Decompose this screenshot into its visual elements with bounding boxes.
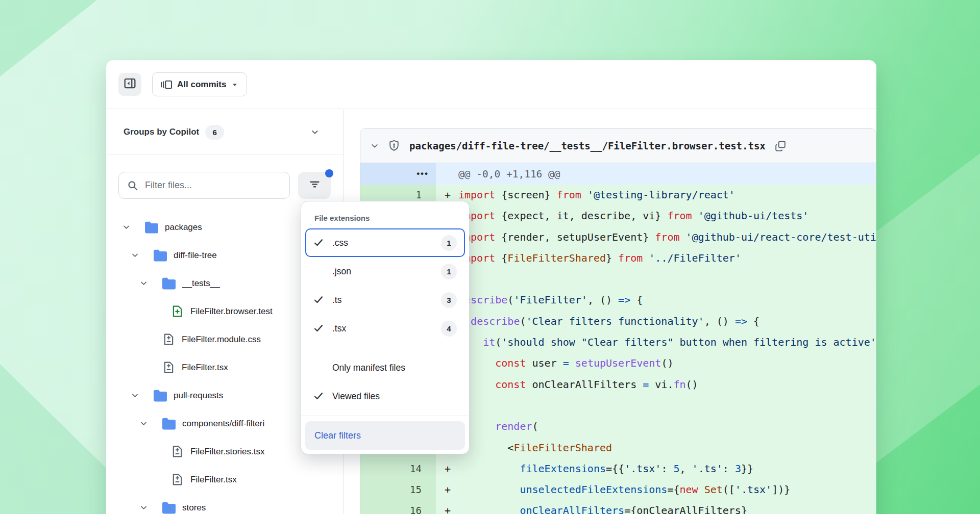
file-diff-icon	[171, 473, 184, 486]
file-diff-icon	[171, 445, 184, 458]
tree-item-label: FileFilter.module.css	[182, 335, 261, 345]
check-icon	[313, 295, 326, 305]
menu-item-tsx[interactable]: .tsx4	[305, 314, 465, 343]
clear-filters-label: Clear filters	[314, 430, 361, 441]
menu-item-only-manifest-files[interactable]: Only manifest files	[305, 353, 465, 382]
all-commits-label: All commits	[177, 80, 226, 90]
chevron-down-icon[interactable]	[131, 392, 154, 399]
diff-added-line: 14+ fileExtensions={{'.tsx': 5, '.ts': 3…	[360, 458, 876, 479]
folder-icon	[162, 277, 176, 290]
filter-files-placeholder: Filter files...	[145, 180, 192, 191]
diff-added-line: 15+ unselectedFileExtensions={new Set(['…	[360, 479, 876, 500]
menu-item-label: .json	[332, 266, 351, 277]
tree-item-label: FileFilter.browser.test	[190, 306, 273, 317]
menu-item-label: .css	[332, 238, 348, 248]
chevron-down-icon[interactable]	[371, 142, 379, 150]
diff-file-path: packages/diff-file-tree/__tests__/FileFi…	[409, 140, 766, 151]
caret-down-icon	[231, 81, 238, 88]
chevron-down-icon[interactable]	[140, 420, 162, 427]
code-text	[458, 269, 876, 290]
addition-sign: +	[436, 479, 458, 500]
file-diff-icon	[162, 361, 175, 374]
file-diff-icon	[162, 333, 175, 346]
diff-file-header: packages/diff-file-tree/__tests__/FileFi…	[360, 128, 876, 163]
folder-icon	[145, 221, 158, 234]
line-number[interactable]: 15	[360, 479, 436, 500]
code-text: const user = setupUserEvent()	[458, 353, 876, 374]
code-text: it('should show "Clear filters" button w…	[458, 332, 876, 353]
code-text: import {render, setupUserEvent} from '@g…	[458, 227, 876, 248]
line-number[interactable]: 16	[360, 500, 436, 514]
file-added-icon	[171, 305, 184, 318]
groups-header-label: Groups by Copilot	[124, 127, 199, 137]
menu-item-label: Viewed files	[332, 391, 380, 402]
code-text: <FileFilterShared	[458, 438, 876, 458]
filter-files-input[interactable]: Filter files...	[118, 172, 290, 199]
search-icon	[127, 180, 138, 191]
code-text: onClearAllFilters={onClearAllFilters}	[458, 500, 876, 514]
chevron-down-icon[interactable]	[140, 504, 162, 511]
tree-item-label: FileFilter.tsx	[190, 475, 237, 485]
code-text: import {FileFilterShared} from '../FileF…	[458, 248, 876, 269]
tree-item-label: FileFilter.tsx	[182, 363, 228, 373]
menu-item-label: .tsx	[332, 323, 346, 334]
clear-filters-button[interactable]: Clear filters	[305, 421, 465, 450]
hunk-gutter: •••	[360, 163, 436, 185]
folder-icon	[154, 249, 167, 262]
copy-path-icon[interactable]	[775, 140, 786, 151]
filter-options-button[interactable]	[298, 172, 331, 199]
hunk-header-row: ••• @@ -0,0 +1,116 @@	[360, 163, 876, 185]
tree-item-label: components/diff-filteri	[182, 419, 264, 429]
file-count-badge: 3	[441, 292, 457, 308]
tree-item-stores[interactable]: stores	[106, 494, 343, 514]
file-count-badge: 1	[441, 235, 457, 251]
menu-item-css[interactable]: .css1	[305, 228, 465, 257]
line-number[interactable]: 14	[360, 458, 436, 479]
chevron-down-icon[interactable]	[122, 223, 145, 231]
code-text	[458, 395, 876, 416]
versions-icon	[161, 79, 172, 90]
tree-item-label: diff-file-tree	[174, 250, 217, 261]
groups-header[interactable]: Groups by Copilot 6	[106, 110, 344, 155]
filter-lines-icon	[308, 178, 321, 193]
tree-item-label: pull-requests	[174, 391, 223, 401]
tree-item-filefilter-tsx[interactable]: FileFilter.tsx	[106, 466, 343, 494]
shield-icon	[388, 140, 400, 152]
addition-sign: +	[436, 458, 458, 479]
chevron-down-icon[interactable]	[311, 128, 319, 136]
folder-icon	[162, 417, 176, 430]
menu-item-json[interactable]: .json1	[305, 257, 465, 286]
file-extensions-section-label: File extensions	[305, 205, 465, 228]
chevron-down-icon[interactable]	[131, 251, 154, 259]
tree-item-label: FileFilter.stories.tsx	[190, 447, 264, 457]
addition-sign: +	[436, 500, 458, 514]
tree-item-label: packages	[165, 222, 202, 233]
check-icon	[313, 391, 326, 401]
filter-active-dot	[325, 169, 333, 177]
file-count-badge: 4	[441, 321, 457, 337]
code-text: describe('FileFilter', () => {	[458, 290, 876, 311]
chevron-down-icon[interactable]	[140, 279, 162, 287]
diff-view-window: All commits Groups by Copilot 6 Filter f…	[106, 60, 876, 514]
code-text: describe('Clear filters functionality', …	[458, 311, 876, 332]
tree-item-label: stores	[182, 503, 206, 513]
sidebar-toggle-button[interactable]	[118, 73, 141, 96]
menu-divider	[301, 416, 469, 416]
code-text: unselectedFileExtensions={new Set(['.tsx…	[458, 479, 876, 500]
code-text: fileExtensions={{'.tsx': 5, '.ts': 3}}	[458, 458, 876, 479]
top-toolbar: All commits	[106, 60, 876, 109]
file-count-badge: 1	[441, 264, 457, 279]
code-text: import {screen} from '@testing-library/r…	[458, 185, 876, 205]
check-icon	[313, 323, 326, 333]
menu-item-ts[interactable]: .ts3	[305, 286, 465, 314]
expand-hunk-button[interactable]: •••	[416, 169, 429, 179]
filter-dropdown-menu: File extensions .css1.json1.ts3.tsx4 Onl…	[301, 201, 470, 454]
code-text: render(	[458, 416, 876, 437]
menu-item-label: Only manifest files	[332, 363, 405, 373]
menu-divider	[301, 348, 469, 348]
all-commits-button[interactable]: All commits	[152, 72, 247, 96]
folder-icon	[154, 389, 167, 402]
menu-item-viewed-files[interactable]: Viewed files	[305, 382, 465, 410]
hunk-header-text: @@ -0,0 +1,116 @@	[436, 163, 876, 185]
menu-item-label: .ts	[332, 295, 341, 305]
